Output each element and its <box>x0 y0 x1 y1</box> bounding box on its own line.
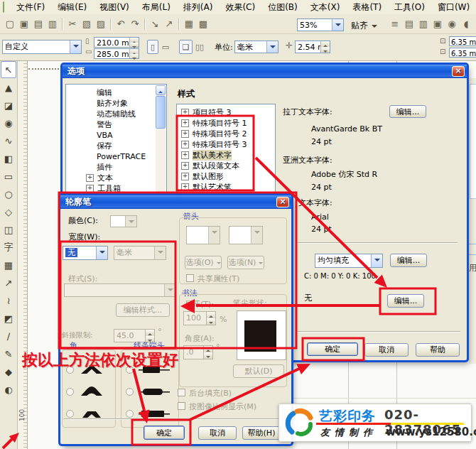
options-tree-item[interactable]: VBA <box>66 130 166 141</box>
cut-icon[interactable]: ✂ <box>65 17 80 31</box>
options-dialog-titlebar[interactable]: 选项 <box>63 65 467 78</box>
welcome-screen-icon[interactable]: ▩ <box>196 17 210 31</box>
export-office-icon[interactable]: ▥ <box>416 17 431 31</box>
landscape-button[interactable]: ▭ <box>160 40 171 54</box>
close-icon[interactable] <box>276 197 289 207</box>
save-icon[interactable]: ▤ <box>31 17 45 31</box>
expand-icon[interactable] <box>86 174 94 182</box>
view-eye-icon[interactable]: ◉ <box>445 17 459 31</box>
menu-item[interactable]: 文本(X) <box>304 0 347 15</box>
options-icon[interactable]: ▤ <box>402 17 416 31</box>
copy-icon[interactable]: ▧ <box>80 17 94 31</box>
page-height-field[interactable]: 285.0 mm <box>94 48 139 59</box>
eyedropper-tool[interactable]: ∕ <box>1 328 16 345</box>
duplicate-icon[interactable]: ▣ <box>431 17 445 31</box>
outline-ok-button[interactable]: 确定 <box>144 426 185 440</box>
expand-icon[interactable] <box>181 173 189 180</box>
page-preset-combo[interactable]: 自定义 <box>2 40 82 54</box>
ellipse-tool[interactable]: ○ <box>1 185 16 202</box>
expand-icon[interactable] <box>181 109 189 117</box>
options-tree-item[interactable]: 保存 <box>66 141 166 151</box>
close-icon[interactable] <box>452 66 465 77</box>
expand-icon[interactable] <box>181 183 189 191</box>
blend-tool[interactable]: ◩ <box>1 310 16 327</box>
export-icon[interactable]: ↗ <box>162 17 176 31</box>
menu-item[interactable]: 表格(T) <box>346 0 388 15</box>
partial-icon[interactable]: ◖ <box>459 17 473 31</box>
spinner-buttons[interactable] <box>129 49 139 58</box>
vertical-ruler[interactable]: 100 50 <box>17 60 28 449</box>
chevron-down-icon[interactable] <box>371 254 382 267</box>
outline-cancel-button[interactable]: 取消 <box>198 426 237 440</box>
style-list-item[interactable]: 默认美术字 <box>177 150 275 161</box>
width-combo[interactable]: 无 <box>63 246 108 260</box>
style-list-item[interactable]: 默认段落文本 <box>177 161 275 171</box>
paste-icon[interactable]: ▨ <box>94 17 108 31</box>
menu-item[interactable]: 视图(V) <box>93 0 136 15</box>
options-tree-item[interactable]: 贴齐对象 <box>66 98 166 109</box>
import-icon[interactable]: ↘ <box>148 17 162 31</box>
menu-item[interactable]: 布局(L) <box>136 0 177 15</box>
rectangle-tool[interactable]: ▭ <box>1 168 16 185</box>
style-list-item[interactable]: 项目符号 3 <box>177 107 275 118</box>
cap-round-radio[interactable] <box>126 388 134 396</box>
duplicate-x-field[interactable]: 6.35 mm <box>449 36 476 46</box>
menu-item[interactable]: 效果(C) <box>219 0 261 15</box>
connector-tool[interactable]: ≀ <box>1 292 16 309</box>
page-width-field[interactable]: 210.0 mm <box>94 37 139 48</box>
chevron-down-icon[interactable] <box>70 40 81 53</box>
facing-pages-button[interactable]: ▯▯ <box>194 40 205 54</box>
style-list-item[interactable]: 默认图形 <box>177 171 275 182</box>
style-list-item[interactable]: 特殊项目符号 3 <box>177 139 275 150</box>
expand-icon[interactable] <box>181 119 189 127</box>
corner-round-radio[interactable] <box>66 388 74 396</box>
menu-item[interactable]: 排列(A) <box>177 0 220 15</box>
zoom-tool[interactable]: ◉ <box>1 114 16 131</box>
behind-fill-checkbox[interactable] <box>178 389 185 396</box>
options-tree-item[interactable]: PowerTRACE <box>66 151 166 162</box>
basic-shapes-tool[interactable]: ◫ <box>1 221 16 238</box>
color-picker[interactable] <box>110 215 137 227</box>
duplicate-y-field[interactable]: 6.35 mm <box>449 48 476 58</box>
outline-dialog-titlebar[interactable]: 轮廓笔 <box>60 195 291 209</box>
expand-icon[interactable] <box>181 141 189 148</box>
undo-icon[interactable]: ↶ <box>114 17 128 31</box>
freehand-tool[interactable]: ∿ <box>1 132 16 149</box>
outline-help-button[interactable]: 帮助(H) <box>242 426 281 440</box>
open-icon[interactable]: ▣ <box>17 17 31 31</box>
zoom-level-combo[interactable]: 53% <box>297 18 344 31</box>
options-ok-button[interactable]: 确定 <box>307 342 358 356</box>
menu-item[interactable]: 工具(O) <box>388 0 431 15</box>
options-cancel-button[interactable]: 取消 <box>364 343 409 357</box>
crop-tool[interactable]: ◪ <box>1 97 16 114</box>
print-icon[interactable]: ▥ <box>45 17 60 31</box>
share-attributes-checkbox[interactable] <box>186 274 194 282</box>
cap-square-radio[interactable] <box>126 410 134 418</box>
menu-item[interactable]: 编辑(E) <box>51 0 93 15</box>
chevron-down-icon[interactable] <box>96 247 107 259</box>
edit-fill-button[interactable]: 编辑... <box>390 254 427 267</box>
edit-outline-button[interactable]: 编辑... <box>387 294 424 308</box>
options-tree-item[interactable]: 动态辅助线 <box>66 109 166 119</box>
units-combo[interactable]: 毫米 <box>234 40 278 53</box>
table-tool[interactable]: ▦ <box>1 256 16 274</box>
options-help-button[interactable]: 帮助 <box>416 343 460 357</box>
chevron-down-icon[interactable] <box>266 41 278 53</box>
spinner-buttons[interactable] <box>129 38 139 47</box>
shape-tool[interactable]: ▲ <box>1 79 16 96</box>
expand-icon[interactable] <box>181 151 189 159</box>
portrait-button[interactable]: ▯ <box>147 40 158 54</box>
snap-dropdown[interactable]: 贴齐 <box>351 20 377 32</box>
interactive-fill-tool[interactable]: ◐ <box>1 381 16 398</box>
options-tree-item[interactable]: 编辑 <box>66 87 166 98</box>
menu-item[interactable]: 位图(B) <box>261 0 304 15</box>
expand-icon[interactable] <box>86 185 94 193</box>
expand-icon[interactable] <box>181 162 189 170</box>
pick-tool[interactable]: ↖ <box>1 61 16 78</box>
snap-list-icon[interactable]: ≡ <box>388 17 402 31</box>
all-pages-button[interactable]: ❏ <box>179 40 193 54</box>
expand-icon[interactable] <box>181 130 189 138</box>
app-launcher-icon[interactable]: ▦ <box>182 17 196 31</box>
corner-bevel-radio[interactable] <box>66 410 74 418</box>
smart-fill-tool[interactable]: ◧ <box>1 150 16 167</box>
